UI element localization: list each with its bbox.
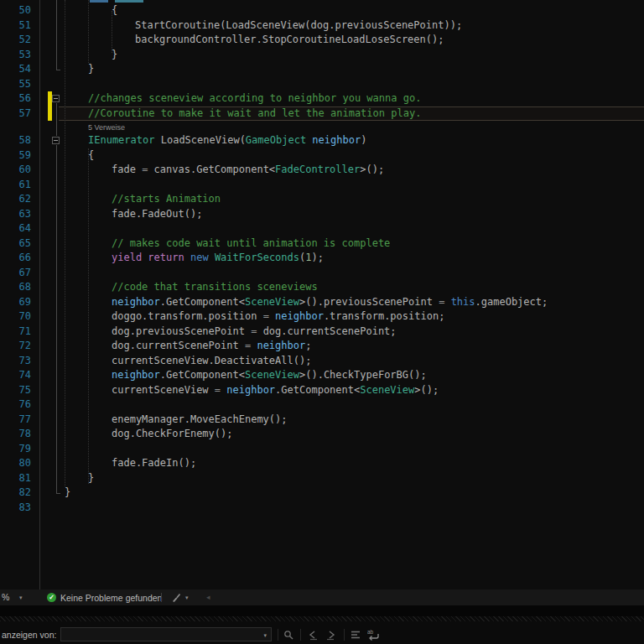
code-line-75[interactable]: 75currentSceneView = neighbor.GetCompone…	[0, 383, 644, 398]
code-line-78[interactable]: 78dog.CheckForEnemy();	[0, 427, 644, 442]
chevron-down-icon[interactable]: ▾	[185, 595, 189, 601]
line-number: 64	[0, 221, 31, 236]
divider	[278, 629, 278, 641]
code-line-50[interactable]: 50{	[0, 3, 644, 18]
word-wrap-icon[interactable]: ab	[367, 629, 381, 642]
code-line-73[interactable]: 73currentSceneView.DeactivateAll();	[0, 354, 644, 369]
line-number: 67	[0, 266, 31, 281]
line-number: 51	[0, 18, 31, 34]
line-number: 58	[0, 133, 31, 148]
divider	[161, 593, 162, 602]
line-number: 52	[0, 33, 31, 48]
fold-scope-line	[56, 145, 57, 493]
line-number: 65	[0, 236, 31, 252]
line-number: 78	[0, 427, 31, 442]
code-line-82[interactable]: 82}	[0, 486, 644, 501]
fold-scope-end	[56, 493, 60, 494]
line-number: 79	[0, 442, 31, 457]
svg-text:ab: ab	[367, 629, 374, 635]
indent-guide	[88, 148, 89, 484]
editor-status-bar: % ▾ ✓ Keine Probleme gefunden ▾ ◂	[0, 589, 644, 605]
indent-guide	[88, 0, 89, 63]
panel-gap	[0, 605, 644, 616]
line-number: 83	[0, 501, 31, 516]
line-number: 53	[0, 48, 31, 63]
output-window-toolbar: anzeigen von: ▾	[0, 621, 644, 644]
line-number: 61	[0, 178, 31, 193]
line-number: 76	[0, 397, 31, 413]
fold-collapse-icon[interactable]	[52, 137, 60, 144]
code-line-61[interactable]: 61	[0, 178, 644, 193]
code-line-76[interactable]: 76	[0, 397, 644, 413]
indent-guide	[65, 0, 65, 486]
code-line-81[interactable]: 81}	[0, 471, 644, 486]
line-number: 62	[0, 192, 31, 207]
line-number: 75	[0, 383, 31, 398]
code-line-69[interactable]: 69neighbor.GetComponent<SceneView>().pre…	[0, 295, 644, 310]
code-line-62[interactable]: 62//starts Animation	[0, 192, 644, 207]
line-number: 81	[0, 471, 31, 486]
code-line-66[interactable]: 66yield return new WaitForSeconds(1);	[0, 251, 644, 266]
code-line-51[interactable]: 51StartCoroutine(LoadSceneView(dog.previ…	[0, 18, 644, 34]
clear-all-icon[interactable]	[350, 629, 363, 642]
code-line-68[interactable]: 68//code that transitions sceneviews	[0, 280, 644, 295]
code-cleanup-broom-icon[interactable]	[171, 592, 182, 603]
chevron-down-icon[interactable]: ▾	[19, 595, 23, 601]
code-line-71[interactable]: 71dog.previousScenePoint = dog.currentSc…	[0, 325, 644, 340]
code-line-53[interactable]: 53}	[0, 48, 644, 63]
fold-scope-end	[56, 70, 60, 70]
code-line-58[interactable]: 58IEnumerator LoadSceneView(GameObject n…	[0, 133, 644, 148]
code-line-60[interactable]: 60fade = canvas.GetComponent<FadeControl…	[0, 163, 644, 178]
find-message-icon[interactable]	[283, 629, 296, 642]
visual-studio-editor-window: 50{51StartCoroutine(LoadSceneView(dog.pr…	[0, 0, 644, 644]
scrollbar-left-arrow-icon[interactable]: ◂	[206, 593, 210, 601]
code-line-80[interactable]: 80fade.FadeIn();	[0, 456, 644, 471]
line-number: 80	[0, 456, 31, 471]
output-source-dropdown[interactable]: ▾	[60, 627, 272, 641]
code-line-63[interactable]: 63fade.FadeOut();	[0, 207, 644, 222]
code-line-65[interactable]: 65// makes code wait until animation is …	[0, 236, 644, 252]
line-number: 69	[0, 295, 31, 310]
code-line-67[interactable]: 67	[0, 266, 644, 281]
line-number: 57	[0, 106, 31, 122]
code-line-56[interactable]: 56//changes sceneview according to neigh…	[0, 91, 644, 106]
document-health-indicator[interactable]: ✓ Keine Probleme gefunden	[47, 591, 162, 604]
divider	[344, 629, 345, 641]
line-number: 70	[0, 309, 31, 325]
code-line-83[interactable]: 83	[0, 501, 644, 516]
code-line-70[interactable]: 70doggo.transform.position = neighbor.tr…	[0, 309, 644, 325]
line-number: 73	[0, 354, 31, 369]
code-editor[interactable]: 50{51StartCoroutine(LoadSceneView(dog.pr…	[0, 0, 644, 589]
code-line-55[interactable]: 55	[0, 77, 644, 92]
code-line-54[interactable]: 54}	[0, 62, 644, 77]
next-message-icon[interactable]	[325, 629, 339, 642]
zoom-level-control[interactable]: %	[2, 592, 9, 602]
code-line-64[interactable]: 64	[0, 221, 644, 236]
fold-collapse-icon[interactable]	[52, 95, 60, 102]
line-number: 82	[0, 486, 31, 501]
gutter-divider	[39, 0, 40, 589]
show-output-from-label: anzeigen von:	[2, 630, 56, 640]
code-line-77[interactable]: 77enemyManager.MoveEachEnemy();	[0, 413, 644, 428]
code-line-72[interactable]: 72dog.currentScenePoint = neighbor;	[0, 339, 644, 354]
line-number: 56	[0, 91, 31, 106]
code-line-74[interactable]: 74neighbor.GetComponent<SceneView>().Che…	[0, 368, 644, 383]
line-number: 72	[0, 339, 31, 354]
line-number: 59	[0, 148, 31, 164]
line-number: 66	[0, 251, 31, 266]
code-line-59[interactable]: 59{	[0, 148, 644, 164]
fold-scope-line	[56, 103, 57, 136]
codelens-references[interactable]: 5 Verweise	[0, 121, 644, 133]
line-number: 63	[0, 207, 31, 222]
checkmark-circle-icon: ✓	[47, 593, 56, 602]
clipped-line-49	[115, 0, 143, 3]
previous-message-icon[interactable]	[307, 629, 320, 642]
code-line-57[interactable]: 57//Coroutine to make it wait and let th…	[0, 106, 644, 122]
line-number: 50	[0, 3, 31, 18]
code-line-79[interactable]: 79	[0, 442, 644, 457]
line-number: 71	[0, 325, 31, 340]
clipped-line-49	[90, 0, 108, 3]
line-number: 68	[0, 280, 31, 295]
code-line-52[interactable]: 52backgroundController.StopCoroutineLoad…	[0, 33, 644, 48]
fold-scope-line	[56, 0, 57, 70]
